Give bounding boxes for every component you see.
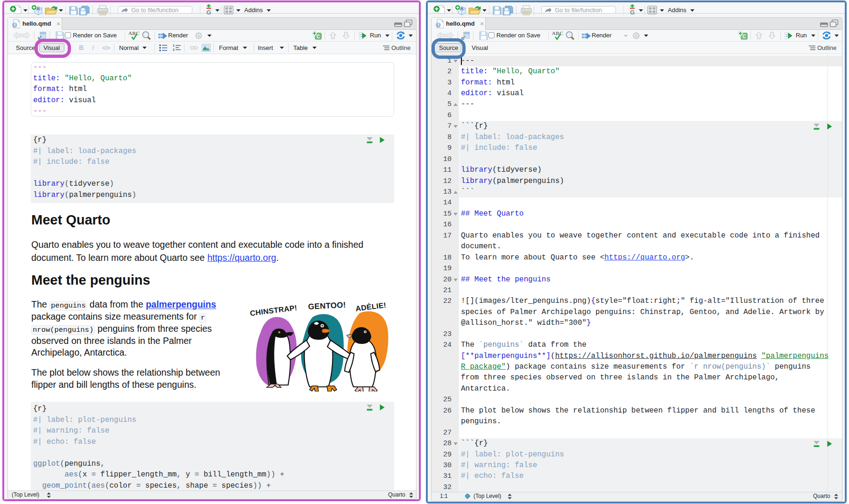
svg-text:GENTOO!: GENTOO!	[308, 302, 346, 311]
svg-text:R: R	[37, 7, 40, 11]
svg-text:ADÉLIE!: ADÉLIE!	[355, 302, 387, 313]
svg-text:R: R	[460, 7, 464, 11]
svg-text:C: C	[743, 34, 746, 39]
svg-text:2: 2	[173, 48, 175, 51]
svg-text:1: 1	[173, 44, 175, 47]
svg-text:ABC: ABC	[552, 31, 563, 36]
svg-text:C: C	[317, 34, 320, 39]
svg-text:CHINSTRAP!: CHINSTRAP!	[249, 304, 297, 317]
svg-text:G: G	[630, 9, 635, 15]
svg-text:G: G	[206, 9, 211, 15]
svg-text:ABC: ABC	[128, 31, 140, 36]
